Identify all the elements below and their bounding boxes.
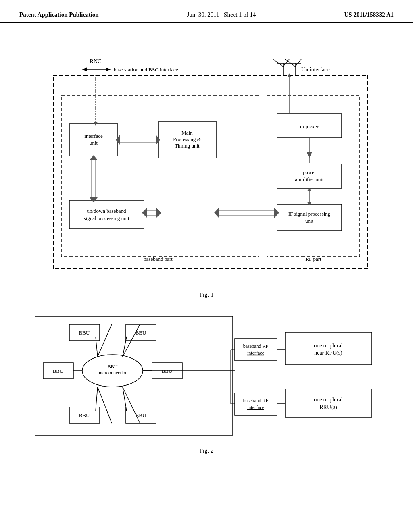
svg-text:Timing unit: Timing unit — [175, 143, 200, 149]
svg-text:baseband RF: baseband RF — [243, 398, 269, 403]
fig2-svg: BBU BBU BBU BBU interconnection BBU BBU … — [33, 314, 380, 439]
publication-title: Patent Application Publication — [19, 11, 99, 18]
svg-line-2 — [273, 59, 283, 66]
svg-text:interface: interface — [84, 133, 103, 139]
baseband-part-label: baseband part — [144, 256, 173, 262]
rnc-label: RNC — [90, 58, 102, 64]
svg-text:Processing &: Processing & — [173, 136, 201, 142]
svg-text:unit: unit — [305, 218, 314, 224]
svg-text:IF signal processing: IF signal processing — [288, 211, 331, 217]
svg-text:unit: unit — [90, 140, 98, 146]
svg-text:interconnection: interconnection — [98, 370, 128, 376]
publication-date: Jun. 30, 2011 — [187, 11, 219, 18]
svg-rect-85 — [235, 393, 277, 415]
svg-marker-51 — [307, 152, 312, 158]
svg-text:interface: interface — [247, 405, 264, 410]
fig1-svg: Uu interface RNC base station and BSC in… — [33, 51, 380, 285]
svg-line-7 — [295, 59, 301, 66]
fig1-diagram: Uu interface RNC base station and BSC in… — [33, 51, 380, 285]
svg-marker-42 — [156, 208, 161, 218]
svg-text:BBU: BBU — [136, 330, 146, 336]
main-content: Uu interface RNC base station and BSC in… — [0, 23, 413, 470]
bsc-label: base station and BSC interface — [114, 66, 178, 73]
svg-text:amplifier unit: amplifier unit — [295, 176, 324, 182]
svg-text:BBU: BBU — [79, 412, 90, 418]
svg-marker-47 — [214, 208, 219, 218]
rf-part-label: RF part — [305, 256, 321, 262]
svg-text:power: power — [303, 169, 316, 175]
patent-number: US 2011/158332 A1 — [344, 11, 394, 18]
svg-text:up/down baseband: up/down baseband — [87, 208, 126, 214]
uu-interface-label: Uu interface — [301, 66, 330, 73]
svg-text:BBU: BBU — [79, 330, 90, 336]
svg-text:one or plural: one or plural — [314, 397, 343, 403]
svg-text:baseband RF: baseband RF — [243, 343, 269, 349]
svg-line-6 — [285, 59, 295, 66]
svg-text:one or plural: one or plural — [314, 343, 343, 349]
sheet-info: Sheet 1 of 14 — [224, 11, 256, 18]
svg-text:signal processing un.t: signal processing un.t — [83, 215, 129, 221]
fig2-label: Fig. 2 — [24, 447, 389, 454]
fig2-wrapper: BBU BBU BBU BBU interconnection BBU BBU … — [33, 314, 380, 441]
svg-text:duplexer: duplexer — [300, 123, 319, 129]
svg-text:BBU: BBU — [108, 364, 118, 370]
svg-rect-97 — [285, 389, 372, 417]
svg-rect-10 — [61, 96, 259, 257]
svg-rect-94 — [285, 332, 372, 365]
svg-rect-82 — [235, 339, 277, 361]
svg-text:interface: interface — [247, 350, 264, 356]
page-header: Patent Application Publication Jun. 30, … — [0, 0, 413, 23]
svg-text:BBU: BBU — [53, 368, 64, 374]
svg-rect-24 — [69, 200, 144, 229]
svg-marker-54 — [307, 188, 312, 191]
svg-text:Main: Main — [181, 130, 193, 136]
fig1-label: Fig. 1 — [24, 291, 389, 298]
svg-text:near RFU(s): near RFU(s) — [314, 350, 342, 356]
date-sheet: Jun. 30, 2011 Sheet 1 of 14 — [187, 11, 256, 18]
svg-text:RRU(s): RRU(s) — [319, 404, 337, 411]
svg-rect-27 — [277, 204, 342, 231]
